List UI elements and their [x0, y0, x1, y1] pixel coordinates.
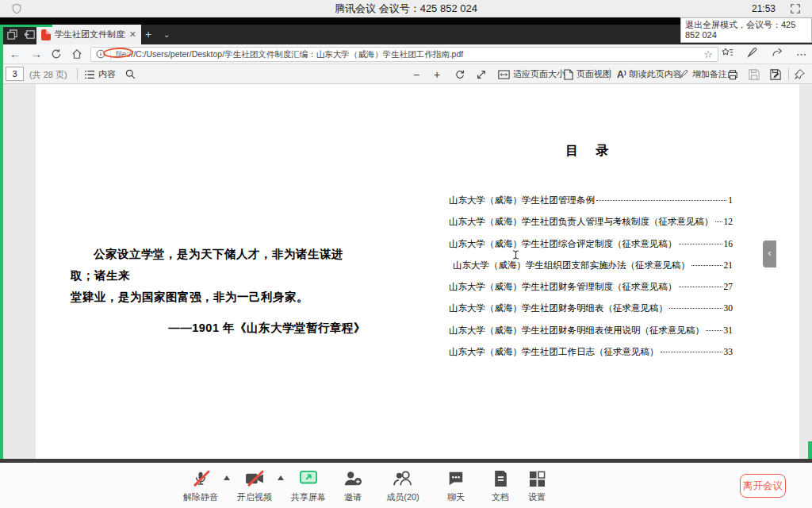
tab-list-chevron-icon[interactable]: ⌄ — [163, 30, 170, 39]
favorite-star-icon[interactable]: ☆ — [703, 48, 713, 60]
forward-icon[interactable]: → — [31, 48, 42, 60]
page-total: (共 28 页) — [29, 69, 67, 81]
mouse-cursor-icon — [512, 249, 519, 264]
pin-toolbar-icon[interactable] — [795, 64, 805, 84]
share-screen-button[interactable]: 共享屏幕 — [283, 469, 334, 503]
read-aloud-button[interactable]: A⁾ 朗读此页内容 — [617, 64, 682, 84]
page-view-button[interactable]: 页面视图 — [564, 64, 611, 84]
pdf-toolbar: 3 (共 28 页) 内容 − + 适应页面大小 页面视图 A⁾ 朗读此页内容 … — [0, 64, 812, 84]
toc-entry[interactable]: 山东大学（威海）学生社团财务明细表（征求意见稿）30 — [449, 302, 733, 324]
pdf-file-icon — [41, 29, 51, 40]
browser-tab-active[interactable]: 学生社团文件制度汇编： ✕ — [36, 25, 141, 44]
url-text: file:///C:/Users/peter/Desktop/学生社团文件制度汇… — [116, 49, 699, 60]
start-video-button[interactable]: 开启视频 — [229, 469, 280, 503]
toc-entry[interactable]: 山东大学（威海）学生组织团支部实施办法（征求意见稿）21 — [449, 260, 733, 281]
page-number-input[interactable]: 3 — [6, 67, 24, 81]
refresh-icon[interactable] — [51, 48, 62, 62]
invite-icon — [327, 469, 378, 488]
toc-entry[interactable]: 山东大学（威海）学生社团财务明细表使用说明（征求意见稿）31 — [449, 325, 733, 346]
leave-meeting-button[interactable]: 离开会议 — [740, 474, 786, 498]
divider — [609, 68, 610, 80]
table-of-contents: 目 录 山东大学（威海）学生社团管理条例1 山东大学（威海）学生社团负责人管理与… — [449, 143, 733, 368]
share-border-top — [0, 25, 52, 27]
toc-entry[interactable]: 山东大学（威海）学生社团工作日志（征求意见稿）33 — [449, 346, 733, 368]
toc-entry[interactable]: 山东大学（威海）学生社团财务管理制度（征求意见稿）27 — [449, 281, 733, 302]
annotate-pen-icon[interactable] — [747, 47, 758, 61]
more-menu-icon[interactable]: ⋯ — [796, 48, 807, 60]
settings-icon — [511, 469, 562, 488]
invite-button[interactable]: 邀请 — [327, 469, 378, 503]
toc-entry[interactable]: 山东大学（威海）学生社团综合评定制度（征求意见稿）16 — [449, 238, 733, 260]
members-button[interactable]: 成员(20) — [377, 469, 428, 503]
zoom-out-button[interactable]: − — [413, 64, 419, 84]
clock: 21:53 — [752, 3, 776, 14]
meeting-topbar: 腾讯会议 会议号：425 852 024 21:53 — [0, 0, 812, 17]
quote-line: 公家设立学堂，是为天下储人才，非为诸生谋进取；诸生来 — [71, 244, 366, 287]
quote-attribution: ——1901 年《山东大学堂暂行章程》 — [71, 318, 366, 339]
home-icon[interactable] — [71, 48, 82, 62]
chat-button[interactable]: 聊天 — [431, 469, 481, 503]
favorites-hub-icon[interactable] — [722, 47, 733, 61]
save-icon — [749, 64, 760, 84]
members-icon — [377, 469, 428, 488]
toc-entry[interactable]: 山东大学（威海）学生社团管理条例1 — [449, 194, 733, 216]
fullscreen-toggle-icon[interactable] — [790, 3, 801, 17]
side-panel-toggle[interactable]: ‹ — [763, 241, 776, 267]
toc-entry[interactable]: 山东大学（威海）学生社团负责人管理与考核制度（征求意见稿）12 — [449, 216, 733, 237]
meeting-title: 腾讯会议 会议号：425 852 024 — [0, 2, 812, 16]
new-tab-button[interactable]: + — [145, 28, 151, 40]
tab-close-icon[interactable]: ✕ — [129, 29, 136, 40]
set-tabs-aside-icon[interactable] — [24, 29, 36, 44]
chat-icon — [431, 469, 481, 488]
toc-title: 目 录 — [449, 143, 733, 160]
pdf-quote: 公家设立学堂，是为天下储人才，非为诸生谋进取；诸生来 堂肄业，是为国家图富强，非… — [71, 244, 366, 339]
contents-button[interactable]: 内容 — [84, 64, 116, 84]
pdf-page: 公家设立学堂，是为天下储人才，非为诸生谋进取；诸生来 堂肄业，是为国家图富强，非… — [36, 84, 799, 459]
divider — [77, 68, 78, 80]
exit-fullscreen-tooltip: 退出全屏模式，会议号：425 852 024 — [680, 17, 812, 43]
tab-preview-icon[interactable] — [6, 29, 18, 44]
rotate-icon[interactable] — [454, 64, 465, 84]
tab-title: 学生社团文件制度汇编： — [55, 29, 125, 40]
url-field[interactable]: file:///C:/Users/peter/Desktop/学生社团文件制度汇… — [90, 47, 718, 62]
back-icon[interactable]: ← — [10, 48, 21, 60]
share-border-right — [808, 441, 812, 459]
print-icon[interactable] — [727, 64, 738, 84]
zoom-in-button[interactable]: + — [434, 64, 440, 84]
save-as-icon[interactable] — [770, 64, 781, 84]
camera-off-icon — [229, 469, 280, 488]
screen-share-icon — [283, 469, 334, 488]
settings-button[interactable]: 设置 — [511, 469, 562, 503]
pdf-viewer: 公家设立学堂，是为天下储人才，非为诸生谋进取；诸生来 堂肄业，是为国家图富强，非… — [0, 84, 812, 459]
mic-muted-icon — [175, 469, 226, 488]
share-border-left — [0, 25, 3, 459]
share-icon[interactable] — [772, 47, 783, 61]
expand-icon[interactable] — [476, 64, 487, 84]
unmute-button[interactable]: 解除静音 — [175, 469, 226, 503]
fit-page-button[interactable]: 适应页面大小 — [498, 64, 565, 84]
search-icon[interactable] — [125, 64, 136, 84]
add-note-button[interactable]: 增加备注 — [679, 64, 727, 84]
quote-line: 堂肄业，是为国家图富强，非为一己利身家。 — [71, 287, 366, 308]
meeting-toolbar: 解除静音 开启视频 共享屏幕 邀请 成员(20) 聊天 — [0, 463, 812, 508]
divider — [788, 68, 789, 80]
